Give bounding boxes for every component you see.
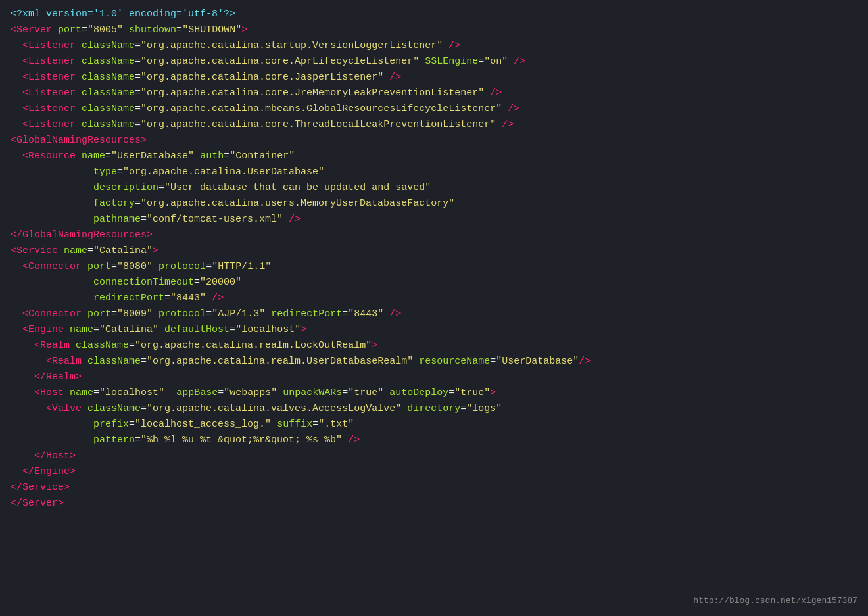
code-line: <Listener className="org.apache.catalina… — [11, 54, 857, 70]
code-line: prefix="localhost_access_log." suffix=".… — [11, 417, 857, 433]
code-line: <Listener className="org.apache.catalina… — [11, 38, 857, 54]
code-line: <Valve className="org.apache.catalina.va… — [11, 401, 857, 417]
code-line: </Engine> — [11, 464, 857, 480]
code-line: <Listener className="org.apache.catalina… — [11, 101, 857, 117]
code-line: <Listener className="org.apache.catalina… — [11, 70, 857, 85]
code-line: <Connector port="8080" protocol="HTTP/1.… — [11, 259, 857, 275]
code-line: redirectPort="8443" /> — [11, 291, 857, 306]
code-line: <Service name="Catalina"> — [11, 243, 857, 259]
code-line: type="org.apache.catalina.UserDatabase" — [11, 164, 857, 180]
code-line: <Server port="8005" shutdown="SHUTDOWN"> — [11, 22, 857, 38]
code-line: <Connector port="8009" protocol="AJP/1.3… — [11, 306, 857, 322]
code-line: <Realm className="org.apache.catalina.re… — [11, 338, 857, 354]
code-line: </Host> — [11, 448, 857, 464]
code-line: connectionTimeout="20000" — [11, 275, 857, 291]
code-line: <Realm className="org.apache.catalina.re… — [11, 354, 857, 369]
code-line: </GlobalNamingResources> — [11, 227, 857, 243]
code-line: <Listener className="org.apache.catalina… — [11, 117, 857, 133]
code-line: <Listener className="org.apache.catalina… — [11, 85, 857, 101]
code-line: <Engine name="Catalina" defaultHost="loc… — [11, 322, 857, 338]
code-container: <?xml version='1.0' encoding='utf-8'?><S… — [0, 0, 868, 616]
code-line: </Server> — [11, 496, 857, 511]
code-line: </Service> — [11, 480, 857, 496]
code-line: pathname="conf/tomcat-users.xml" /> — [11, 212, 857, 227]
code-line: <Resource name="UserDatabase" auth="Cont… — [11, 149, 857, 164]
watermark: http://blog.csdn.net/xlgen157387 — [693, 594, 857, 608]
code-line: factory="org.apache.catalina.users.Memor… — [11, 196, 857, 212]
code-line: pattern="%h %l %u %t &quot;%r&quot; %s %… — [11, 433, 857, 448]
code-line: <GlobalNamingResources> — [11, 133, 857, 149]
code-block: <?xml version='1.0' encoding='utf-8'?><S… — [11, 7, 857, 511]
code-line: description="User database that can be u… — [11, 180, 857, 196]
code-line: <Host name="localhost" appBase="webapps"… — [11, 385, 857, 401]
code-line: </Realm> — [11, 369, 857, 385]
code-line: <?xml version='1.0' encoding='utf-8'?> — [11, 7, 857, 22]
